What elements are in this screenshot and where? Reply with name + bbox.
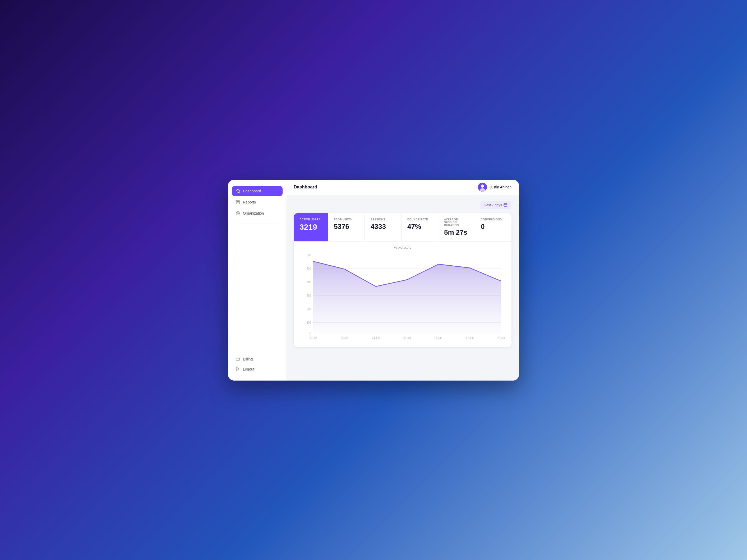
- date-filter-label: Last 7 days: [485, 203, 502, 207]
- stat-value-conversions: 0: [481, 222, 506, 231]
- svg-text:24 Jun: 24 Jun: [372, 336, 380, 339]
- sidebar-item-logout[interactable]: Logout: [232, 364, 283, 374]
- user-info: Justin Ahinon: [478, 183, 512, 192]
- logout-icon: [235, 367, 240, 372]
- stat-avg-session: AVERAGE SESSION DURATION 5m 27s: [438, 213, 475, 241]
- date-filter-button[interactable]: Last 7 days: [480, 201, 512, 209]
- sidebar-label-dashboard: Dashboard: [243, 189, 261, 193]
- billing-icon: [235, 357, 240, 362]
- svg-rect-11: [504, 204, 507, 206]
- sidebar-bottom: Billing Logout: [232, 354, 283, 374]
- svg-rect-6: [236, 358, 240, 360]
- stats-row: ACTIVE USERS 3219 PAGE VIEWS 5376 SESSIO…: [294, 213, 512, 242]
- svg-text:100: 100: [307, 321, 311, 324]
- chart-container: 600 500 400 300 200 100 0: [300, 252, 506, 342]
- sidebar-label-logout: Logout: [243, 367, 254, 371]
- svg-text:0: 0: [310, 331, 311, 335]
- sidebar-item-billing[interactable]: Billing: [232, 354, 283, 364]
- svg-point-4: [236, 211, 240, 215]
- chart-svg: 600 500 400 300 200 100 0: [300, 252, 506, 342]
- page-title: Dashboard: [294, 184, 317, 190]
- svg-text:22 Jun: 22 Jun: [310, 336, 317, 339]
- stat-label-page-views: PAGE VIEWS: [334, 218, 359, 221]
- stat-value-page-views: 5376: [334, 222, 359, 231]
- svg-text:300: 300: [307, 294, 311, 297]
- svg-point-9: [481, 184, 484, 188]
- stat-active-users: ACTIVE USERS 3219: [294, 213, 328, 241]
- svg-text:600: 600: [307, 253, 311, 257]
- stat-value-sessions: 4333: [370, 222, 395, 231]
- svg-text:23 Jun: 23 Jun: [341, 336, 349, 339]
- stat-bounce-rate: BOUNCE RATE 47%: [402, 213, 438, 241]
- sidebar-item-dashboard[interactable]: Dashboard: [232, 186, 283, 196]
- sidebar-label-organization: Organization: [243, 211, 264, 215]
- app-window: Dashboard Reports Organization: [228, 180, 519, 380]
- svg-text:400: 400: [307, 280, 311, 284]
- sidebar: Dashboard Reports Organization: [228, 180, 286, 380]
- sidebar-label-reports: Reports: [243, 200, 256, 204]
- calendar-icon: [504, 203, 507, 207]
- stat-page-views: PAGE VIEWS 5376: [328, 213, 365, 241]
- topbar: Dashboard Justin Ahinon: [286, 180, 519, 195]
- stats-card: ACTIVE USERS 3219 PAGE VIEWS 5376 SESSIO…: [294, 213, 512, 347]
- stat-label-conversions: CONVERSIONS: [481, 218, 506, 221]
- content-area: Last 7 days ACTIVE USERS 3219: [286, 195, 519, 380]
- stat-label-sessions: SESSIONS: [370, 218, 395, 221]
- svg-text:200: 200: [307, 307, 311, 311]
- main-area: Dashboard Justin Ahinon Last 7 days: [286, 180, 519, 380]
- home-icon: [235, 189, 240, 193]
- user-name: Justin Ahinon: [490, 185, 512, 189]
- sidebar-item-organization[interactable]: Organization: [232, 208, 283, 218]
- stat-value-active-users: 3219: [300, 222, 322, 232]
- chart-title: Active users: [300, 246, 506, 249]
- svg-text:26 Jun: 26 Jun: [435, 336, 442, 339]
- svg-text:500: 500: [307, 267, 311, 270]
- svg-text:25 Jun: 25 Jun: [403, 336, 411, 339]
- svg-point-5: [237, 212, 239, 214]
- reports-icon: [235, 200, 240, 205]
- stat-value-avg-session: 5m 27s: [444, 228, 469, 237]
- avatar: [478, 183, 487, 192]
- stat-conversions: CONVERSIONS 0: [475, 213, 512, 241]
- chart-area-fill: [313, 261, 501, 333]
- stat-sessions: SESSIONS 4333: [365, 213, 402, 241]
- svg-text:27 Jun: 27 Jun: [466, 336, 474, 339]
- filter-row: Last 7 days: [294, 201, 512, 209]
- stat-label-active-users: ACTIVE USERS: [300, 218, 322, 221]
- organization-icon: [235, 211, 240, 216]
- stat-label-bounce-rate: BOUNCE RATE: [407, 218, 432, 221]
- stat-label-avg-session: AVERAGE SESSION DURATION: [444, 218, 469, 227]
- stat-value-bounce-rate: 47%: [407, 222, 432, 231]
- sidebar-label-billing: Billing: [243, 357, 253, 361]
- chart-section: Active users: [294, 242, 512, 347]
- svg-text:28 Jun: 28 Jun: [497, 336, 505, 339]
- sidebar-item-reports[interactable]: Reports: [232, 197, 283, 207]
